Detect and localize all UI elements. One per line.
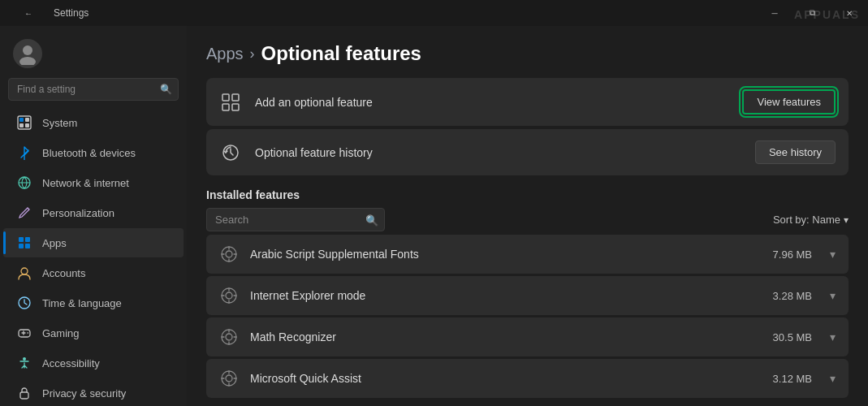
sidebar-item-network[interactable]: Network & internet	[3, 168, 184, 197]
titlebar-title: Settings	[54, 7, 89, 19]
sidebar-item-label-time: Time & language	[42, 297, 122, 309]
privacy-icon	[16, 385, 32, 401]
svg-rect-9	[25, 237, 30, 242]
feature-icon-3	[219, 369, 239, 388]
svg-point-26	[226, 292, 232, 299]
back-button[interactable]: ←	[10, 0, 47, 26]
svg-rect-20	[222, 104, 229, 110]
titlebar-controls: ─ ⧉ ✕	[756, 0, 868, 26]
accessibility-icon	[16, 355, 32, 371]
feature-expand-icon-3[interactable]: ▾	[830, 372, 836, 385]
feature-expand-icon-2[interactable]: ▾	[830, 330, 836, 343]
gaming-icon	[16, 325, 32, 341]
feature-item: Arabic Script Supplemental Fonts 7.96 MB…	[206, 235, 849, 274]
sidebar-item-bluetooth[interactable]: Bluetooth & devices	[3, 138, 184, 167]
breadcrumb: Apps › Optional features	[206, 42, 849, 65]
sidebar-search-input[interactable]	[8, 78, 179, 101]
svg-rect-10	[19, 244, 24, 248]
apps-icon	[16, 235, 32, 251]
feature-expand-icon-1[interactable]: ▾	[830, 289, 836, 302]
feature-size-0: 7.96 MB	[773, 248, 812, 261]
sidebar-item-accessibility[interactable]: Accessibility	[3, 348, 184, 378]
history-card: Optional feature history See history	[206, 129, 849, 175]
feature-search-input[interactable]	[206, 208, 385, 231]
restore-button[interactable]: ⧉	[793, 0, 831, 26]
user-section	[0, 32, 187, 78]
history-icon	[219, 141, 242, 164]
sidebar-item-gaming[interactable]: Gaming	[3, 318, 184, 348]
sidebar-item-privacy[interactable]: Privacy & security	[3, 378, 184, 406]
app-layout: 🔍 System Bluetooth & devices Network & i…	[0, 26, 868, 406]
svg-point-30	[226, 375, 232, 382]
svg-rect-8	[19, 237, 24, 242]
titlebar: ← Settings ─ ⧉ ✕	[0, 0, 868, 26]
network-icon	[16, 175, 32, 191]
avatar	[13, 39, 42, 68]
svg-point-0	[23, 45, 32, 55]
sidebar-item-label-privacy: Privacy & security	[42, 387, 126, 400]
sidebar-search-icon: 🔍	[160, 84, 172, 95]
sidebar: 🔍 System Bluetooth & devices Network & i…	[0, 26, 187, 406]
history-label: Optional feature history	[255, 146, 742, 159]
add-feature-icon	[219, 91, 242, 114]
sort-label: Sort by: Name	[773, 214, 840, 226]
svg-point-28	[226, 334, 232, 340]
feature-icon-1	[219, 286, 239, 305]
sidebar-search-box: 🔍	[8, 78, 179, 101]
installed-features-title: Installed features	[206, 188, 849, 201]
sidebar-item-label-accounts: Accounts	[42, 267, 85, 279]
svg-rect-6	[25, 123, 29, 127]
svg-rect-19	[232, 94, 239, 101]
see-history-button[interactable]: See history	[755, 140, 836, 164]
sort-button[interactable]: Sort by: Name ▾	[773, 214, 849, 226]
nav-items-container: System Bluetooth & devices Network & int…	[0, 107, 187, 406]
sidebar-item-personalization[interactable]: Personalization	[3, 198, 184, 227]
sidebar-item-label-apps: Apps	[42, 237, 67, 249]
sidebar-item-label-personalization: Personalization	[42, 207, 114, 219]
breadcrumb-current: Optional features	[261, 42, 421, 65]
feature-name-1: Internet Explorer mode	[250, 289, 762, 302]
view-features-button[interactable]: View features	[742, 89, 836, 114]
svg-rect-3	[19, 118, 24, 122]
search-filter-row: 🔍 Sort by: Name ▾	[206, 208, 849, 231]
feature-expand-icon-0[interactable]: ▾	[830, 248, 836, 261]
feature-size-2: 30.5 MB	[773, 331, 812, 343]
feature-name-3: Microsoft Quick Assist	[250, 372, 762, 385]
svg-point-24	[226, 251, 232, 257]
titlebar-left: ← Settings	[10, 0, 89, 26]
feature-icon-0	[219, 244, 239, 264]
feature-icon-2	[219, 327, 239, 347]
breadcrumb-separator: ›	[250, 45, 255, 63]
feature-item: Internet Explorer mode 3.28 MB ▾	[206, 276, 849, 315]
content-area: Apps › Optional features Add an optional…	[187, 26, 868, 406]
sidebar-item-system[interactable]: System	[3, 108, 184, 137]
system-icon	[16, 114, 32, 131]
sidebar-item-apps[interactable]: Apps	[3, 228, 184, 257]
sidebar-item-label-gaming: Gaming	[42, 327, 80, 339]
sort-chevron-icon: ▾	[844, 214, 849, 226]
accounts-icon	[16, 265, 32, 281]
feature-name-0: Arabic Script Supplemental Fonts	[250, 248, 762, 261]
svg-rect-18	[222, 94, 229, 101]
time-icon	[16, 295, 32, 311]
svg-rect-4	[25, 118, 29, 122]
sidebar-item-time[interactable]: Time & language	[3, 288, 184, 317]
feature-name-2: Math Recognizer	[250, 330, 762, 343]
minimize-button[interactable]: ─	[756, 0, 793, 26]
svg-point-15	[23, 357, 26, 361]
svg-rect-16	[20, 392, 28, 399]
svg-rect-5	[19, 123, 24, 127]
breadcrumb-parent[interactable]: Apps	[206, 45, 244, 63]
sidebar-item-accounts[interactable]: Accounts	[3, 258, 184, 287]
bluetooth-icon	[16, 145, 32, 161]
feature-size-1: 3.28 MB	[773, 290, 812, 302]
personalization-icon	[16, 205, 32, 221]
add-feature-label: Add an optional feature	[255, 96, 729, 109]
sidebar-item-label-system: System	[42, 117, 77, 129]
svg-point-1	[19, 57, 36, 65]
sidebar-item-label-bluetooth: Bluetooth & devices	[42, 147, 136, 159]
close-button[interactable]: ✕	[831, 0, 868, 26]
feature-size-3: 3.12 MB	[773, 373, 812, 385]
svg-rect-11	[25, 244, 30, 248]
feature-item: Microsoft Quick Assist 3.12 MB ▾	[206, 359, 849, 398]
